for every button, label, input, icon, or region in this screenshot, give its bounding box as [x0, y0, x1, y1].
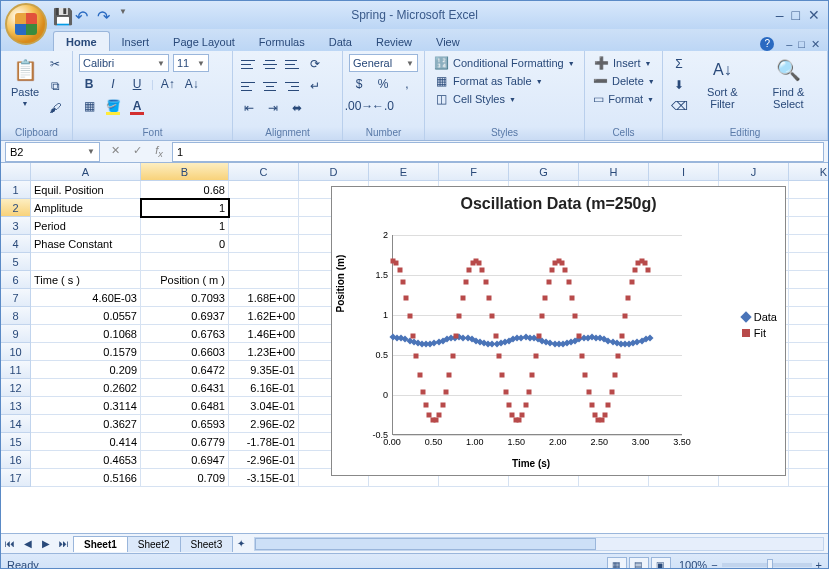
row-header-11[interactable]: 11 — [1, 361, 31, 379]
row-header-1[interactable]: 1 — [1, 181, 31, 199]
cell-C5[interactable] — [229, 253, 299, 271]
select-all-corner[interactable] — [1, 163, 31, 181]
row-header-12[interactable]: 12 — [1, 379, 31, 397]
name-box[interactable]: B2▼ — [5, 142, 100, 162]
cell-A16[interactable]: 0.4653 — [31, 451, 141, 469]
cell-A8[interactable]: 0.0557 — [31, 307, 141, 325]
format-as-table-button[interactable]: ▦Format as Table ▼ — [431, 72, 578, 90]
underline-button[interactable]: U — [127, 74, 147, 94]
row-header-9[interactable]: 9 — [1, 325, 31, 343]
cell-K13[interactable] — [789, 397, 828, 415]
row-header-4[interactable]: 4 — [1, 235, 31, 253]
orientation-button[interactable]: ⟳ — [305, 54, 325, 74]
tab-home[interactable]: Home — [53, 31, 110, 51]
cell-A6[interactable]: Time ( s ) — [31, 271, 141, 289]
redo-icon[interactable]: ↷ — [97, 7, 113, 23]
insert-cells-button[interactable]: ➕Insert ▼ — [591, 54, 656, 72]
cell-C11[interactable]: 9.35E-01 — [229, 361, 299, 379]
cell-B14[interactable]: 0.6593 — [141, 415, 229, 433]
save-icon[interactable]: 💾 — [53, 7, 69, 23]
cell-B5[interactable] — [141, 253, 229, 271]
align-middle[interactable] — [261, 56, 279, 72]
wrap-text-button[interactable]: ↵ — [305, 76, 325, 96]
cell-C6[interactable] — [229, 271, 299, 289]
cell-C2[interactable] — [229, 199, 299, 217]
minimize-button[interactable]: – — [776, 7, 784, 23]
new-sheet-button[interactable]: ✦ — [232, 538, 250, 549]
cell-styles-button[interactable]: ◫Cell Styles ▼ — [431, 90, 578, 108]
qat-dropdown-icon[interactable]: ▼ — [119, 7, 135, 23]
mdi-close[interactable]: ✕ — [811, 38, 820, 51]
sheet-tab-2[interactable]: Sheet2 — [127, 536, 181, 552]
cell-K12[interactable] — [789, 379, 828, 397]
row-header-14[interactable]: 14 — [1, 415, 31, 433]
cell-C12[interactable]: 6.16E-01 — [229, 379, 299, 397]
delete-cells-button[interactable]: ➖Delete ▼ — [591, 72, 656, 90]
view-page-break[interactable]: ▣ — [651, 557, 671, 570]
cell-A10[interactable]: 0.1579 — [31, 343, 141, 361]
cell-B15[interactable]: 0.6779 — [141, 433, 229, 451]
row-header-8[interactable]: 8 — [1, 307, 31, 325]
cell-A15[interactable]: 0.414 — [31, 433, 141, 451]
align-right[interactable] — [283, 78, 301, 94]
cell-B9[interactable]: 0.6763 — [141, 325, 229, 343]
row-header-7[interactable]: 7 — [1, 289, 31, 307]
italic-button[interactable]: I — [103, 74, 123, 94]
copy-button[interactable]: ⧉ — [45, 76, 65, 96]
cell-C14[interactable]: 2.96E-02 — [229, 415, 299, 433]
column-header-G[interactable]: G — [509, 163, 579, 181]
fill-button[interactable]: ⬇ — [669, 75, 689, 95]
cell-A11[interactable]: 0.209 — [31, 361, 141, 379]
cell-B6[interactable]: Position ( m ) — [141, 271, 229, 289]
row-header-5[interactable]: 5 — [1, 253, 31, 271]
cell-A17[interactable]: 0.5166 — [31, 469, 141, 487]
row-header-2[interactable]: 2 — [1, 199, 31, 217]
cut-button[interactable]: ✂ — [45, 54, 65, 74]
column-header-K[interactable]: K — [789, 163, 828, 181]
help-icon[interactable]: ? — [760, 37, 774, 51]
sheet-nav-last[interactable]: ⏭ — [55, 538, 73, 549]
cell-B2[interactable]: 1 — [141, 199, 229, 217]
currency-button[interactable]: $ — [349, 74, 369, 94]
cell-A4[interactable]: Phase Constant — [31, 235, 141, 253]
column-header-A[interactable]: A — [31, 163, 141, 181]
cell-A3[interactable]: Period — [31, 217, 141, 235]
column-header-C[interactable]: C — [229, 163, 299, 181]
mdi-restore[interactable]: □ — [798, 38, 805, 50]
row-header-17[interactable]: 17 — [1, 469, 31, 487]
cell-B12[interactable]: 0.6431 — [141, 379, 229, 397]
cell-C4[interactable] — [229, 235, 299, 253]
cell-K8[interactable] — [789, 307, 828, 325]
cell-A2[interactable]: Amplitude — [31, 199, 141, 217]
cell-A9[interactable]: 0.1068 — [31, 325, 141, 343]
column-header-D[interactable]: D — [299, 163, 369, 181]
zoom-out[interactable]: − — [711, 559, 717, 570]
grow-font-button[interactable]: A↑ — [158, 74, 178, 94]
clear-button[interactable]: ⌫ — [669, 96, 689, 116]
row-header-10[interactable]: 10 — [1, 343, 31, 361]
increase-indent[interactable]: ⇥ — [263, 98, 283, 118]
cell-K2[interactable] — [789, 199, 828, 217]
zoom-slider[interactable] — [722, 563, 812, 567]
sheet-nav-next[interactable]: ▶ — [37, 538, 55, 549]
sheet-tab-3[interactable]: Sheet3 — [180, 536, 234, 552]
cell-A5[interactable] — [31, 253, 141, 271]
view-normal[interactable]: ▦ — [607, 557, 627, 570]
align-top[interactable] — [239, 56, 257, 72]
paste-button[interactable]: 📋 Paste ▼ — [7, 54, 43, 118]
fx-icon[interactable]: fx — [150, 144, 168, 159]
format-painter-button[interactable]: 🖌 — [45, 98, 65, 118]
align-center[interactable] — [261, 78, 279, 94]
cell-A12[interactable]: 0.2602 — [31, 379, 141, 397]
increase-decimal[interactable]: .00→ — [349, 96, 369, 116]
shrink-font-button[interactable]: A↓ — [182, 74, 202, 94]
tab-review[interactable]: Review — [364, 32, 424, 51]
cell-C15[interactable]: -1.78E-01 — [229, 433, 299, 451]
office-button[interactable] — [5, 3, 47, 45]
cancel-formula-icon[interactable]: ✕ — [106, 144, 124, 159]
number-format-combo[interactable]: General▼ — [349, 54, 418, 72]
borders-button[interactable]: ▦ — [79, 96, 99, 116]
align-bottom[interactable] — [283, 56, 301, 72]
sort-filter-button[interactable]: A↓Sort & Filter — [693, 54, 752, 116]
find-select-button[interactable]: 🔍Find & Select — [756, 54, 821, 116]
